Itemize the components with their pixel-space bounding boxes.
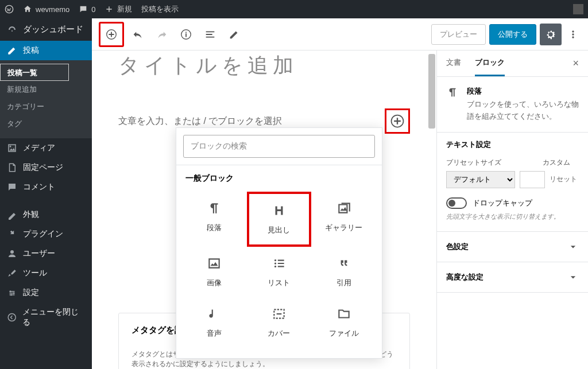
outline-button[interactable] bbox=[200, 24, 220, 45]
tab-document[interactable]: 文書 bbox=[446, 57, 461, 76]
block-list[interactable]: リスト bbox=[247, 247, 312, 297]
comments-link[interactable]: 0 bbox=[79, 5, 95, 14]
canvas-scrollbar[interactable] bbox=[427, 51, 436, 369]
block-gallery[interactable]: ギャラリー bbox=[311, 192, 376, 247]
svg-point-14 bbox=[274, 262, 276, 264]
text-settings-header[interactable]: テキスト設定 bbox=[446, 139, 491, 150]
color-settings-panel[interactable]: 色設定 bbox=[446, 241, 579, 253]
svg-point-4 bbox=[13, 292, 15, 294]
edit-button[interactable] bbox=[224, 24, 245, 45]
block-paragraph[interactable]: 段落 bbox=[182, 192, 247, 247]
menu-collapse[interactable]: メニューを閉じる bbox=[0, 302, 92, 332]
submenu-tags[interactable]: タグ bbox=[0, 115, 92, 133]
menu-tools[interactable]: ツール bbox=[0, 263, 92, 283]
block-name: 段落 bbox=[467, 86, 579, 96]
inserter-category-common[interactable]: 一般ブロック bbox=[176, 165, 382, 192]
svg-point-6 bbox=[8, 313, 16, 321]
svg-point-3 bbox=[10, 290, 11, 292]
submenu-new-post[interactable]: 新規追加 bbox=[0, 81, 92, 98]
menu-media[interactable]: メディア bbox=[0, 138, 92, 158]
settings-sidebar: 文書 ブロック × 段落 ブロックを使って、いろいろな物語を組み立ててください。… bbox=[436, 51, 588, 369]
info-button[interactable] bbox=[176, 24, 196, 45]
submenu-categories[interactable]: カテゴリー bbox=[0, 98, 92, 115]
inline-inserter-button[interactable] bbox=[385, 108, 410, 134]
menu-settings[interactable]: 設定 bbox=[0, 283, 92, 302]
svg-point-15 bbox=[274, 266, 276, 267]
svg-point-5 bbox=[10, 294, 12, 296]
redo-button[interactable] bbox=[152, 24, 172, 45]
menu-dashboard[interactable]: ダッシュボード bbox=[0, 18, 92, 41]
site-link[interactable]: wevmemo bbox=[23, 5, 69, 14]
menu-users[interactable]: ユーザー bbox=[0, 244, 92, 263]
block-inserter: ブロックの検索 一般ブロック 段落 見出し ギャラリー 画像 リスト 引用 音声… bbox=[176, 127, 382, 359]
block-cover[interactable]: カバー bbox=[247, 297, 312, 348]
avatar[interactable] bbox=[573, 4, 583, 14]
block-quote[interactable]: 引用 bbox=[311, 247, 376, 297]
preset-size-select[interactable]: デフォルト bbox=[446, 171, 515, 188]
new-content-link[interactable]: 新規 bbox=[105, 4, 132, 14]
dropcap-toggle[interactable] bbox=[446, 197, 467, 209]
preview-button[interactable]: プレビュー bbox=[431, 24, 486, 45]
custom-label: カスタム bbox=[543, 158, 570, 168]
block-file[interactable]: ファイル bbox=[311, 297, 376, 348]
preset-label: プリセットサイズ bbox=[446, 158, 501, 168]
svg-point-1 bbox=[10, 146, 11, 147]
svg-point-2 bbox=[10, 250, 14, 254]
custom-size-input[interactable] bbox=[520, 171, 545, 188]
publish-button[interactable]: 公開する bbox=[489, 24, 536, 45]
dropcap-label: ドロップキャップ bbox=[473, 198, 532, 208]
menu-posts[interactable]: 投稿 bbox=[0, 41, 92, 60]
close-sidebar-button[interactable]: × bbox=[572, 57, 579, 76]
menu-appearance[interactable]: 外観 bbox=[0, 205, 92, 224]
more-menu[interactable] bbox=[565, 24, 581, 45]
block-desc: ブロックを使って、いろいろな物語を組み立ててください。 bbox=[467, 99, 579, 123]
svg-point-11 bbox=[572, 36, 574, 38]
editor-toolbar: プレビュー 公開する bbox=[92, 18, 588, 51]
post-title-input[interactable]: タイトルを追加 bbox=[118, 52, 410, 80]
submenu-all-posts[interactable]: 投稿一覧 bbox=[0, 64, 69, 81]
svg-point-10 bbox=[572, 33, 574, 35]
submenu-posts: 投稿一覧 新規追加 カテゴリー タグ bbox=[0, 60, 92, 138]
wp-logo-icon[interactable] bbox=[5, 5, 14, 14]
settings-toggle[interactable] bbox=[540, 24, 562, 45]
advanced-panel[interactable]: 高度な設定 bbox=[446, 271, 579, 283]
block-heading[interactable]: 見出し bbox=[247, 192, 312, 247]
svg-point-9 bbox=[572, 30, 574, 32]
paragraph-placeholder[interactable]: 文章を入力、または / でブロックを選択 bbox=[118, 115, 282, 127]
svg-point-13 bbox=[274, 259, 276, 261]
reset-button[interactable]: リセット bbox=[550, 174, 577, 184]
menu-plugins[interactable]: プラグイン bbox=[0, 224, 92, 244]
block-image[interactable]: 画像 bbox=[182, 247, 247, 297]
block-audio[interactable]: 音声 bbox=[182, 297, 247, 348]
add-block-button[interactable] bbox=[99, 22, 124, 47]
menu-comments[interactable]: コメント bbox=[0, 177, 92, 197]
undo-button[interactable] bbox=[127, 24, 148, 45]
admin-bar: wevmemo 0 新規 投稿を表示 bbox=[0, 0, 588, 18]
paragraph-icon bbox=[446, 86, 459, 123]
block-search-input[interactable]: ブロックの検索 bbox=[183, 135, 375, 158]
view-post-link[interactable]: 投稿を表示 bbox=[141, 4, 179, 14]
admin-sidebar: ダッシュボード 投稿 投稿一覧 新規追加 カテゴリー タグ メディア 固定ページ… bbox=[0, 18, 92, 369]
menu-pages[interactable]: 固定ページ bbox=[0, 158, 92, 177]
dropcap-hint: 先頭文字を大きな表示に切り替えます。 bbox=[446, 212, 579, 221]
tab-block[interactable]: ブロック bbox=[475, 57, 505, 76]
